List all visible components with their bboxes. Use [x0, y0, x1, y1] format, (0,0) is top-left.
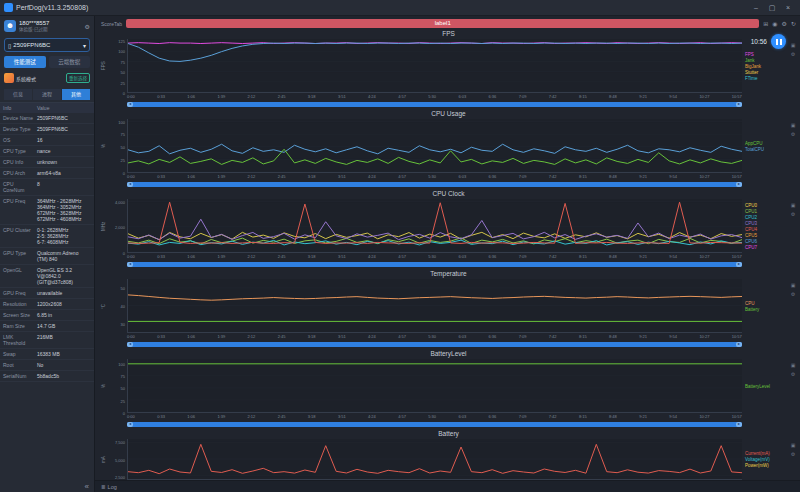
chart-plot[interactable] [127, 199, 742, 253]
table-row: OpenGLOpenGL ES 3.2 V@0842.0 (GIT@d37c80… [0, 265, 94, 288]
info-label: Resolution [0, 299, 36, 309]
log-icon[interactable]: ≣ [101, 484, 106, 490]
chart-settings-icon[interactable]: ⚙ [791, 371, 795, 377]
legend-item[interactable]: Battery [745, 307, 788, 312]
chart-settings-icon[interactable]: ⚙ [791, 131, 795, 137]
y-axis-label: mA [99, 439, 107, 480]
legend-item[interactable]: CPU [745, 301, 788, 306]
scroll-left-icon[interactable]: ◄ [127, 182, 133, 187]
gear-icon[interactable]: ⚙ [85, 23, 90, 30]
chart-settings-icon[interactable]: ⚙ [791, 291, 795, 297]
legend-item[interactable]: Current(mA) [745, 451, 788, 456]
maximize-button[interactable]: ▢ [764, 4, 780, 12]
minimize-button[interactable]: – [748, 4, 764, 11]
table-row: LMK Threshold216MB [0, 332, 94, 349]
scroll-left-icon[interactable]: ◄ [127, 422, 133, 427]
legend-item[interactable]: CPU3 [745, 221, 788, 226]
info-value: 364MHz - 2628MHz 364MHz - 3052MHz 672MHz… [36, 196, 94, 224]
chart-scrollbar[interactable]: ◄► [127, 342, 742, 347]
app-logo-icon [4, 3, 13, 12]
legend-item[interactable]: AppCPU [745, 141, 788, 146]
scroll-left-icon[interactable]: ◄ [127, 342, 133, 347]
chart-screenshot-icon[interactable]: ▣ [791, 442, 796, 448]
chart-screenshot-icon[interactable]: ▣ [791, 282, 796, 288]
legend-item[interactable]: CPU6 [745, 239, 788, 244]
log-label[interactable]: Log [108, 484, 117, 490]
avatar[interactable]: ☻ [4, 20, 16, 32]
sidebar-tab-3[interactable]: 其他 [62, 89, 90, 100]
legend-item[interactable]: CPU5 [745, 233, 788, 238]
label-bar[interactable]: label1 [126, 19, 759, 28]
grid-icon[interactable]: ⊞ [763, 20, 768, 27]
chart-scrollbar[interactable]: ◄► [127, 182, 742, 187]
y-axis-ticks: 2,5005,0007,500 [107, 439, 127, 480]
legend-item[interactable]: CPU1 [745, 209, 788, 214]
chart-legend: Current(mA)Voltage(mV)Power(mW) [742, 439, 788, 480]
pause-button[interactable] [771, 34, 786, 49]
chart-tool-strip: ▣⚙ [788, 359, 798, 413]
chart-plot[interactable] [127, 359, 742, 413]
chart-scrollbar[interactable]: ◄► [127, 262, 742, 267]
gear-icon[interactable]: ⚙ [782, 20, 787, 27]
collapse-sidebar-button[interactable]: « [85, 482, 89, 491]
chart-plot[interactable] [127, 279, 742, 333]
legend-item[interactable]: Power(mW) [745, 463, 788, 468]
scroll-right-icon[interactable]: ► [736, 182, 742, 187]
chart-plot[interactable] [127, 39, 742, 93]
close-button[interactable]: × [780, 4, 796, 11]
record-icon[interactable]: ◉ [772, 20, 777, 27]
legend-item[interactable]: CPU4 [745, 227, 788, 232]
y-axis-label: FPS [99, 39, 107, 93]
nav-performance-test[interactable]: 性能测试 [4, 56, 46, 68]
legend-item[interactable]: BatteryLevel [745, 384, 788, 389]
scroll-right-icon[interactable]: ► [736, 262, 742, 267]
chart-scrollbar[interactable]: ◄► [127, 422, 742, 427]
legend-item[interactable]: CPU7 [745, 245, 788, 250]
chart-screenshot-icon[interactable]: ▣ [791, 122, 796, 128]
info-value: arm64-v8a [36, 168, 94, 178]
legend-item[interactable]: CPU0 [745, 203, 788, 208]
chart-settings-icon[interactable]: ⚙ [791, 51, 795, 57]
phone-icon: ▯ [8, 42, 11, 49]
scroll-left-icon[interactable]: ◄ [127, 262, 133, 267]
nav-cloud-data[interactable]: 云端数据 [49, 56, 91, 68]
info-label: CPU Arch [0, 168, 36, 178]
legend-item[interactable]: FTime [745, 76, 788, 81]
legend-item[interactable]: Jank [745, 58, 788, 63]
scroll-right-icon[interactable]: ► [736, 102, 742, 107]
legend-item[interactable]: Stutter [745, 70, 788, 75]
chart-cpu_usage: CPU Usage%0255075100AppCPUTotalCPU▣⚙0:00… [99, 109, 798, 189]
chart-scrollbar[interactable]: ◄► [127, 102, 742, 107]
legend-item[interactable]: BigJank [745, 64, 788, 69]
chart-screenshot-icon[interactable]: ▣ [791, 362, 796, 368]
table-row: CPU Cluster0-1: 2628MHz 2-5: 3628MHz 6-7… [0, 225, 94, 248]
table-row: CPU Infounknown [0, 157, 94, 168]
legend-item[interactable]: Voltage(mV) [745, 457, 788, 462]
y-axis-ticks: 02,0004,000 [107, 199, 127, 253]
reselect-app-button[interactable]: 重新选择 [66, 73, 90, 83]
legend-item[interactable]: FPS [745, 52, 788, 57]
chart-settings-icon[interactable]: ⚙ [791, 451, 795, 457]
score-tab-label[interactable]: ScoreTab [101, 21, 122, 27]
device-selector[interactable]: ▯ 2509FPN6BC ▾ [4, 38, 90, 52]
sidebar-tab-2[interactable]: 进程 [33, 89, 61, 100]
chart-plot[interactable] [127, 439, 742, 480]
sidebar-tab-1[interactable]: 信息 [4, 89, 32, 100]
chart-screenshot-icon[interactable]: ▣ [791, 202, 796, 208]
account-subtitle[interactable]: 体验版·已过期 [19, 26, 82, 32]
top-icons: ⊞ ◉ ⚙ ↻ [763, 20, 796, 27]
charts-container: FPSFPS0255075100125FPSJankBigJankStutter… [95, 29, 800, 480]
chart-plot[interactable] [127, 119, 742, 173]
legend-item[interactable]: TotalCPU [745, 147, 788, 152]
time-axis: 0:000:331:061:392:122:453:183:514:244:57… [99, 173, 798, 181]
table-row: CPU Freq364MHz - 2628MHz 364MHz - 3052MH… [0, 196, 94, 225]
legend-item[interactable]: CPU2 [745, 215, 788, 220]
chart-settings-icon[interactable]: ⚙ [791, 211, 795, 217]
scroll-left-icon[interactable]: ◄ [127, 102, 133, 107]
refresh-icon[interactable]: ↻ [791, 20, 796, 27]
chart-screenshot-icon[interactable]: ▣ [791, 42, 796, 48]
scroll-right-icon[interactable]: ► [736, 422, 742, 427]
scroll-right-icon[interactable]: ► [736, 342, 742, 347]
chart-tool-strip: ▣⚙ [788, 39, 798, 93]
sidebar: ☻ 180***8557 体验版·已过期 ⚙ ▯ 2509FPN6BC ▾ 性能… [0, 16, 95, 492]
